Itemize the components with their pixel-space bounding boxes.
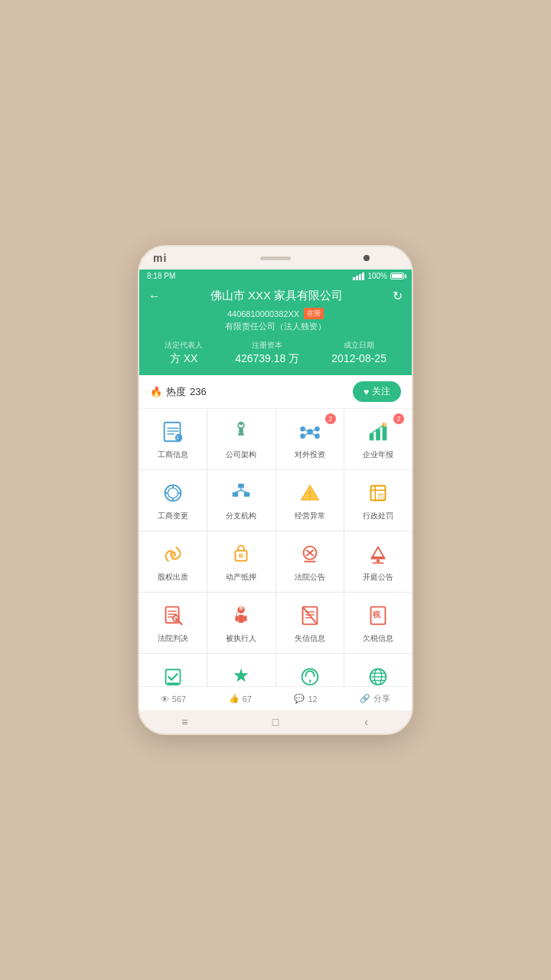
eye-icon: 👁 [161, 694, 169, 704]
stat-legal-rep: 法定代表人 方 XX [165, 340, 203, 366]
stat-founded: 成立日期 2012-08-25 [331, 340, 386, 366]
nianbao-label: 企业年报 [363, 449, 393, 460]
gongshang-icon: i [159, 418, 187, 446]
fayuan-label: 法院公告 [295, 572, 325, 583]
svg-point-11 [307, 429, 313, 435]
svg-rect-33 [244, 492, 250, 497]
grid-item-panjue[interactable]: 法院判决 [139, 593, 207, 653]
status-time: 8:18 PM [147, 272, 175, 280]
svg-rect-21 [376, 429, 380, 440]
signal-bar-4 [362, 273, 364, 280]
hot-count: 236 [190, 386, 207, 397]
grid-item-zhishi[interactable]: 知识产权 [276, 654, 344, 686]
svg-point-14 [300, 433, 305, 439]
operating-status-badge: 在营 [304, 308, 324, 319]
fire-icon: 🔥 [150, 386, 162, 397]
refresh-button[interactable]: ↻ [393, 289, 403, 303]
qianshui-label: 欠税信息 [363, 633, 393, 644]
phone-shell: mi 8:18 PM 100% ← 佛山市 XXX 家具有限公司 ↻ 440 [138, 245, 413, 735]
signal-bar-3 [359, 274, 361, 280]
grid-item-chufa[interactable]: 罚 行政处罚 [344, 470, 412, 531]
signal-bar-1 [353, 277, 355, 280]
follow-button[interactable]: ♥ 关注 [353, 381, 401, 402]
grid-item-zichan[interactable]: 资质认证 [139, 654, 207, 686]
company-stats: 法定代表人 方 XX 注册资本 426739.18 万 成立日期 2012-08… [148, 340, 403, 366]
panjue-label: 法院判决 [158, 633, 188, 644]
grid-item-dongchan[interactable]: $ 动产抵押 [207, 531, 275, 592]
dongchan-label: 动产抵押 [226, 572, 256, 583]
zhixing-label: 被执行人 [226, 633, 256, 644]
svg-point-66 [240, 606, 243, 609]
rongyu-icon [227, 663, 255, 686]
yichang-icon: ! [296, 479, 324, 507]
stat-founded-value: 2012-08-25 [331, 352, 386, 364]
phone-nav-bar: ≡ □ ‹ [139, 710, 412, 733]
svg-point-12 [300, 426, 305, 432]
shixin-icon [296, 602, 324, 629]
grid-item-gupan[interactable]: ¥ 股权出质 [139, 531, 207, 592]
svg-rect-10 [239, 433, 245, 436]
svg-line-17 [311, 430, 315, 431]
svg-point-8 [240, 423, 243, 426]
grid-item-yichang[interactable]: ! 经营异常 [276, 470, 344, 531]
grid-item-biangeng[interactable]: 工商变更 [139, 470, 207, 531]
zhixing-icon [227, 602, 255, 629]
grid-item-wangzhan[interactable]: 域名信息 [344, 654, 412, 686]
svg-rect-53 [370, 557, 385, 560]
heart-icon: ♥ [364, 387, 369, 397]
thumbsup-icon: 👍 [229, 694, 240, 704]
wangzhan-icon [364, 663, 392, 686]
svg-rect-55 [372, 562, 383, 564]
comments-count: 12 [308, 694, 317, 704]
fayuan-icon [296, 541, 324, 568]
company-type: 有限责任公司（法人独资） [148, 321, 403, 332]
grid-item-zhixing[interactable]: 被执行人 [207, 593, 275, 653]
company-title: 佛山市 XXX 家具有限公司 [161, 289, 393, 303]
hot-text: 热度 [166, 385, 186, 399]
svg-rect-31 [239, 484, 245, 488]
stat-legal-rep-label: 法定代表人 [165, 340, 203, 351]
grid-item-rongyu[interactable]: 荣誉信息 [207, 654, 275, 686]
touzi-badge: 2 [325, 413, 336, 424]
phone-top-bar: mi [139, 247, 412, 270]
home-nav-button[interactable]: □ [269, 715, 282, 729]
fenzhi-icon [227, 479, 255, 507]
touzi-label: 对外投资 [295, 449, 325, 460]
phone-logo: mi [153, 252, 167, 264]
menu-nav-button[interactable]: ≡ [178, 715, 191, 729]
chufa-label: 行政处罚 [363, 511, 393, 521]
share-action[interactable]: 🔗 分享 [360, 693, 390, 704]
svg-text:!: ! [308, 489, 311, 500]
grid-item-fayuan[interactable]: 法院公告 [276, 531, 344, 592]
likes-count: 67 [243, 694, 252, 704]
phone-speaker [260, 256, 291, 260]
zhishi-icon [296, 663, 324, 686]
chat-icon: 💬 [294, 694, 305, 704]
grid-item-gongshang[interactable]: i 工商信息 [139, 409, 207, 469]
comments-action[interactable]: 💬 12 [294, 694, 317, 704]
svg-text:$: $ [240, 553, 244, 560]
views-action[interactable]: 👁 567 [161, 694, 186, 704]
grid-item-jiegou[interactable]: 公司架构 [207, 409, 275, 469]
likes-action[interactable]: 👍 67 [229, 694, 252, 704]
svg-rect-62 [239, 615, 245, 622]
back-button[interactable]: ← [148, 289, 161, 303]
svg-point-4 [175, 434, 182, 441]
chufa-icon: 罚 [364, 479, 392, 507]
svg-text:罚: 罚 [377, 493, 384, 501]
grid-item-touzi[interactable]: 2 对外投资 [276, 409, 344, 469]
grid-item-nianbao[interactable]: 2 $ 企业年报 [344, 409, 412, 469]
share-icon: 🔗 [360, 694, 370, 704]
grid-item-shixin[interactable]: 失信信息 [276, 593, 344, 653]
svg-point-13 [315, 426, 320, 432]
grid-item-kaiting[interactable]: 开庭公告 [344, 531, 412, 592]
svg-rect-9 [240, 427, 244, 433]
svg-line-19 [311, 433, 315, 436]
grid-item-qianshui[interactable]: 税 欠税信息 [344, 593, 412, 653]
back-nav-button[interactable]: ‹ [360, 715, 373, 729]
nianbao-icon: $ [364, 418, 392, 446]
services-grid: i 工商信息 公司架构 [139, 409, 412, 686]
company-id: 4406810000382XX 在营 [148, 308, 403, 319]
grid-item-fenzhi[interactable]: 分支机构 [207, 470, 275, 531]
phone-camera [364, 255, 370, 261]
